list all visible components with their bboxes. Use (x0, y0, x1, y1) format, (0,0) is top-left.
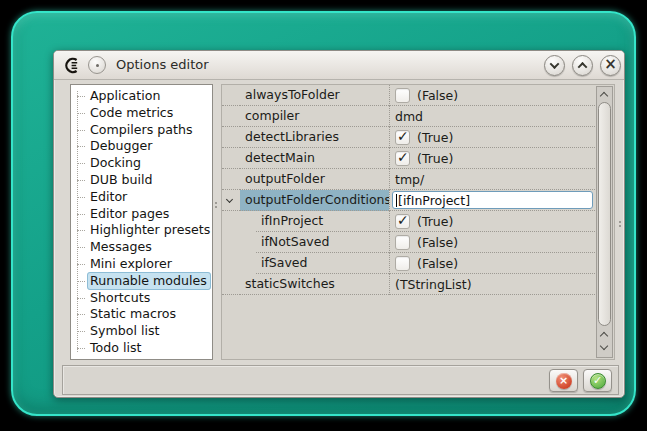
grid-row-ifnotsaved[interactable]: ifNotSaved(False) (222, 232, 597, 253)
row-gutter (222, 85, 240, 106)
checkbox-unchecked[interactable] (395, 235, 410, 250)
grid-row-ifsaved[interactable]: ifSaved(False) (222, 253, 597, 274)
check-icon: ✓ (397, 128, 409, 144)
sidebar-item-label: Runnable modules (87, 272, 211, 290)
scrollbar-thumb[interactable] (598, 102, 611, 326)
row-gutter (222, 169, 240, 190)
sidebar-item-label: Mini explorer (87, 255, 176, 273)
tree-branch-icon (77, 298, 85, 299)
property-label: ifSaved (256, 253, 389, 274)
property-label: detectMain (240, 148, 389, 169)
property-value-cell: ✓(True) (389, 148, 597, 169)
grid-row-staticswitches[interactable]: staticSwitches(TStringList) (222, 274, 597, 295)
scroll-up-icon[interactable] (600, 332, 608, 340)
checkbox-checked[interactable]: ✓ (395, 151, 410, 166)
window-title: Options editor (116, 57, 209, 72)
tree-branch-icon (77, 281, 85, 282)
text-caret (396, 194, 397, 207)
row-gutter (222, 232, 256, 253)
chevron-down-icon (226, 196, 233, 203)
row-gutter (222, 211, 256, 232)
sidebar-item-code-metrics[interactable]: Code metrics (75, 105, 210, 122)
grid-row-compiler[interactable]: compilerdmd (222, 106, 597, 127)
sidebar-splitter[interactable] (214, 200, 218, 212)
row-gutter (222, 148, 240, 169)
sidebar-item-label: Symbol list (87, 322, 163, 340)
cancel-button[interactable]: × (549, 369, 578, 392)
tree-branch-icon (77, 163, 85, 164)
value-edit-input[interactable]: [ifInProject] (392, 191, 593, 209)
sidebar-item-label: Code metrics (87, 104, 177, 122)
sidebar-item-messages[interactable]: Messages (75, 239, 210, 256)
checkbox-unchecked[interactable] (395, 88, 410, 103)
property-label: staticSwitches (240, 274, 389, 295)
tree-branch-icon (77, 214, 85, 215)
sidebar-item-symbol-list[interactable]: Symbol list (75, 323, 210, 340)
window-menu-button[interactable] (88, 56, 106, 74)
options-editor-window: Options editor × ApplicationCode metrics… (53, 50, 625, 398)
grid-row-outputfolder[interactable]: outputFoldertmp/ (222, 169, 597, 190)
row-gutter (222, 253, 256, 274)
property-value-text: (False) (417, 256, 458, 271)
property-label: ifInProject (256, 211, 389, 232)
grid-row-ifinproject[interactable]: ifInProject✓(True) (222, 211, 597, 232)
sidebar-item-shortcuts[interactable]: Shortcuts (75, 290, 210, 307)
chevron-down-icon (550, 59, 560, 69)
tree-branch-icon (77, 197, 85, 198)
row-gutter (222, 274, 240, 295)
property-value-cell: tmp/ (389, 169, 597, 190)
scroll-down-icon[interactable] (600, 342, 608, 350)
sidebar-item-label: Highlighter presets (87, 221, 213, 239)
sidebar-item-label: Editor (87, 188, 131, 206)
check-icon: ✓ (397, 149, 409, 165)
sidebar-item-compilers-paths[interactable]: Compilers paths (75, 122, 210, 139)
sidebar-item-debugger[interactable]: Debugger (75, 138, 210, 155)
sidebar-item-application[interactable]: Application (75, 88, 210, 105)
window-frame: Options editor × ApplicationCode metrics… (11, 11, 636, 416)
checkbox-unchecked[interactable] (395, 256, 410, 271)
checkbox-checked[interactable]: ✓ (395, 130, 410, 145)
sidebar-item-label: Messages (87, 238, 156, 256)
x-circle-icon: × (556, 373, 572, 389)
property-label: compiler (240, 106, 389, 127)
sidebar-item-mini-explorer[interactable]: Mini explorer (75, 256, 210, 273)
checkbox-checked[interactable]: ✓ (395, 214, 410, 229)
tree-branch-icon (77, 113, 85, 114)
tree-branch-icon (77, 247, 85, 248)
property-value-text: (False) (417, 88, 458, 103)
sidebar-item-dub-build[interactable]: DUB build (75, 172, 210, 189)
scroll-up-icon[interactable] (600, 92, 608, 100)
accept-button[interactable]: ✓ (583, 369, 612, 392)
grid-row-detectlibraries[interactable]: detectLibraries✓(True) (222, 127, 597, 148)
sidebar-item-docking[interactable]: Docking (75, 155, 210, 172)
expand-toggle[interactable] (222, 190, 240, 211)
sidebar-list: ApplicationCode metricsCompilers pathsDe… (75, 88, 210, 357)
property-label: alwaysToFolder (240, 85, 389, 106)
check-icon: ✓ (397, 212, 409, 228)
sidebar-item-todo-list[interactable]: Todo list (75, 340, 210, 357)
grid-row-detectmain[interactable]: detectMain✓(True) (222, 148, 597, 169)
sidebar-item-highlighter-presets[interactable]: Highlighter presets (75, 222, 210, 239)
titlebar[interactable]: Options editor × (54, 51, 624, 80)
tree-branch-icon (77, 96, 85, 97)
property-value-text: dmd (395, 109, 423, 124)
property-value-cell: (TStringList) (389, 274, 597, 295)
tree-branch-icon (77, 264, 85, 265)
sidebar-item-editor-pages[interactable]: Editor pages (75, 206, 210, 223)
grid-splitter[interactable] (618, 219, 622, 231)
sidebar-item-static-macros[interactable]: Static macros (75, 306, 210, 323)
grid-row-alwaystofolder[interactable]: alwaysToFolder(False) (222, 85, 597, 106)
grid-row-outputfolderconditions[interactable]: outputFolderConditions[ifInProject] (222, 190, 597, 211)
property-grid[interactable]: alwaysToFolder(False)compilerdmddetectLi… (221, 84, 615, 360)
maximize-button[interactable] (572, 55, 593, 76)
sidebar-item-editor[interactable]: Editor (75, 189, 210, 206)
scrollbar[interactable] (596, 86, 613, 358)
sidebar-item-runnable-modules[interactable]: Runnable modules (75, 273, 210, 290)
minimize-button[interactable] (544, 55, 565, 76)
property-label: ifNotSaved (256, 232, 389, 253)
close-button[interactable]: × (600, 55, 621, 76)
property-value-cell: ✓(True) (389, 127, 597, 148)
check-circle-icon: ✓ (590, 373, 606, 389)
category-tree[interactable]: ApplicationCode metricsCompilers pathsDe… (70, 84, 213, 360)
property-value-cell: (False) (389, 253, 597, 274)
